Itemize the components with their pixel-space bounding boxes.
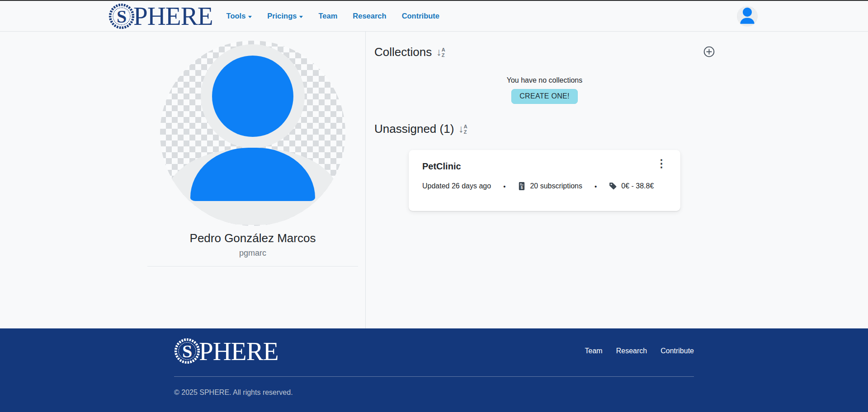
nav-item-research[interactable]: Research	[353, 12, 386, 20]
main-content: Pedro González Marcos pgmarc Collections…	[0, 32, 868, 328]
invoice-icon: $	[518, 182, 526, 190]
svg-text:$: $	[521, 185, 523, 190]
brand-emblem-letter: S	[117, 6, 127, 26]
footer-link-contribute[interactable]: Contribute	[660, 347, 694, 355]
nav-item-pricings[interactable]: Pricings	[267, 12, 303, 20]
collections-title-row: Collections ↓ A Z	[374, 45, 445, 59]
nav-item-label: Research	[353, 12, 386, 20]
empty-collections-message: You have no collections	[374, 76, 715, 84]
nav-item-label: Pricings	[267, 12, 297, 20]
unassigned-title: Unassigned (1)	[374, 122, 454, 136]
profile-name: Pedro González Marcos	[147, 231, 358, 245]
sphere-emblem-icon: S	[108, 3, 135, 29]
sphere-emblem-icon: S	[174, 338, 200, 364]
collections-panel: Collections ↓ A Z	[366, 32, 868, 328]
nav-item-contribute[interactable]: Contribute	[402, 12, 439, 20]
chevron-down-icon	[248, 16, 252, 18]
user-avatar-button[interactable]	[737, 6, 758, 27]
profile-username: pgmarc	[147, 248, 358, 258]
empty-collections-block: You have no collections CREATE ONE!	[374, 76, 715, 104]
card-menu-button[interactable]: ⋮	[654, 158, 669, 169]
page: S PHERE Tools Pricings Team Research Con…	[0, 0, 868, 412]
brand-emblem-letter: S	[182, 341, 192, 361]
collections-header: Collections ↓ A Z	[374, 45, 715, 59]
collections-title: Collections	[374, 45, 432, 59]
kebab-icon: ⋮	[656, 157, 667, 169]
nav-item-label: Tools	[226, 12, 246, 20]
card-updated: Updated 26 days ago	[422, 182, 491, 190]
bullet-separator: •	[594, 183, 597, 190]
header: S PHERE Tools Pricings Team Research Con…	[0, 1, 868, 32]
footer-link-research[interactable]: Research	[616, 347, 647, 355]
project-card-meta: Updated 26 days ago • $ 20 subscriptions	[422, 182, 669, 190]
profile-card: Pedro González Marcos pgmarc	[147, 41, 358, 267]
profile-panel: Pedro González Marcos pgmarc	[0, 32, 366, 328]
bullet-separator: •	[503, 183, 505, 190]
profile-avatar	[160, 41, 345, 226]
sort-alpha-icon[interactable]: ↓ A Z	[458, 123, 467, 135]
card-subscriptions: $ 20 subscriptions	[518, 182, 582, 190]
footer-brand-logo[interactable]: S PHERE	[174, 338, 278, 364]
unassigned-header: Unassigned (1) ↓ A Z	[374, 122, 715, 136]
plus-circle-icon	[703, 46, 715, 57]
footer-nav: Team Research Contribute	[585, 347, 694, 355]
sort-alpha-icon[interactable]: ↓ A Z	[436, 46, 445, 58]
unassigned-title-row: Unassigned (1) ↓ A Z	[374, 122, 467, 136]
copyright-text: © 2025 SPHERE. All rights reserved.	[174, 389, 694, 397]
brand-wordmark: PHERE	[133, 3, 213, 29]
main-nav: Tools Pricings Team Research Contribute	[226, 12, 440, 20]
footer-brand-wordmark: PHERE	[199, 338, 278, 364]
nav-item-team[interactable]: Team	[318, 12, 337, 20]
project-card-title: PetClinic	[422, 161, 461, 172]
create-collection-button[interactable]: CREATE ONE!	[511, 89, 578, 104]
brand-logo[interactable]: S PHERE	[108, 3, 213, 29]
nav-item-tools[interactable]: Tools	[226, 12, 252, 20]
card-price-range: 0€ - 38.8€	[609, 182, 654, 190]
chevron-down-icon	[299, 16, 303, 18]
nav-item-label: Team	[318, 12, 337, 20]
footer-divider	[174, 376, 694, 377]
nav-item-label: Contribute	[402, 12, 439, 20]
add-collection-button[interactable]	[703, 46, 715, 57]
tag-icon	[609, 182, 617, 190]
footer-link-team[interactable]: Team	[585, 347, 603, 355]
footer: S PHERE Team Research Contribute © 2025 …	[0, 328, 868, 412]
project-card-petclinic[interactable]: PetClinic ⋮ Updated 26 days ago •	[409, 150, 680, 211]
user-avatar-icon	[737, 6, 758, 27]
